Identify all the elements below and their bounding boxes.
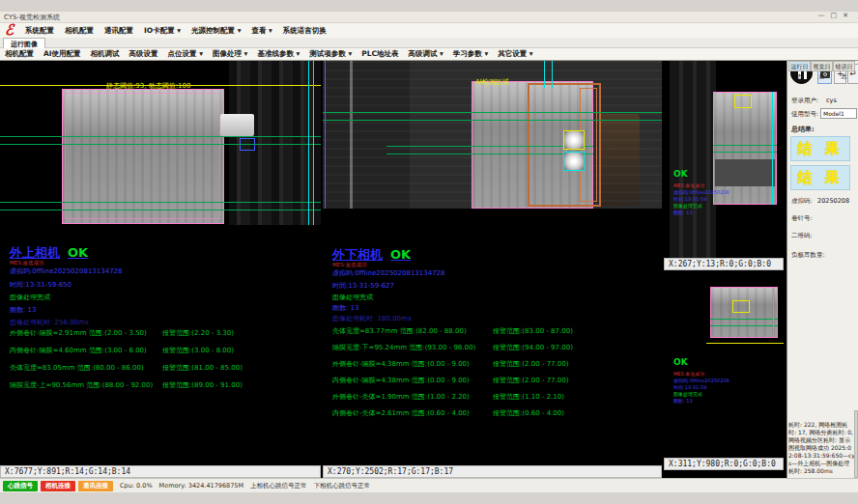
measurement-row: 内侧卷针-隔膜=4.60mm 范围:(3.00 - 6.00)报警范围:(3.0… — [10, 346, 321, 355]
cycle-count: 圈数: 13 — [10, 305, 37, 315]
capture-time: 时间:13-31-59-627 — [332, 281, 394, 291]
status-bar: 心跳信号 相机连接 通讯连接 Cpu: 0.0% Memory: 3424.41… — [0, 478, 858, 492]
title-bar[interactable]: CYS-视觉检测系统 —□✕ — [0, 12, 858, 23]
green-guideline — [710, 319, 778, 320]
close-button[interactable]: ✕ — [843, 12, 854, 19]
menu-bar: ℰ 系统配置 相机配置 通讯配置 IO卡配置 ▾ 光源控制配置 ▾ 查看 ▾ 系… — [0, 23, 858, 38]
menu-camera-config[interactable]: 相机配置 — [65, 26, 94, 36]
alarm-range: 报警范围:(83.00 - 87.00) — [493, 326, 573, 336]
green-guideline — [323, 120, 662, 121]
tool-camera-debug[interactable]: 相机调试 — [91, 49, 120, 59]
tool-advanced-settings[interactable]: 高级设置 — [129, 49, 158, 59]
tool-other-settings[interactable]: 其它设置 ▾ — [498, 49, 532, 59]
yellow-guideline — [706, 343, 784, 344]
main-camera-view-left[interactable]: 静态阈值:93, 动态阈值:100 外上相机OK MES:发送成功 虚拟码:0f… — [0, 61, 321, 478]
glow-spot — [563, 152, 585, 171]
measurement-row: 外侧卷针-隔膜=2.91mm 范围:(2.00 - 3.50)报警范围:(2.2… — [10, 328, 321, 338]
result-ok-badge: OK — [390, 247, 411, 262]
menu-io-config[interactable]: IO卡配置 ▾ — [144, 26, 181, 36]
alarm-range: 报警范围:(2.00 - 77.00) — [493, 376, 568, 385]
cyan-guideline — [552, 61, 553, 88]
total-result-label: 总结果: — [791, 125, 815, 134]
cpu-usage: Cpu: 0.0% — [120, 482, 153, 490]
maximize-button[interactable]: □ — [831, 12, 844, 19]
model-field[interactable]: Model1 — [820, 108, 857, 119]
tool-image-processing[interactable]: 图像处理 ▾ — [213, 49, 247, 59]
yellow-roi-rect — [734, 95, 752, 108]
green-guideline — [710, 325, 778, 326]
result-ok-badge: OK — [673, 357, 688, 367]
pixel-coordinates-bar: X:7677;Y:891;R:14;G:14;B:14 — [0, 465, 321, 478]
minimize-button[interactable]: — — [818, 12, 831, 19]
pink-roi-rect — [65, 93, 220, 219]
cycle-count: 圈数: 13 — [673, 210, 693, 215]
tool-advanced-debug[interactable]: 高级调试 ▾ — [408, 49, 443, 59]
tool-point-settings[interactable]: 点位设置 ▾ — [168, 49, 203, 59]
green-guideline — [713, 145, 777, 146]
connector-image — [220, 114, 254, 136]
menu-language-switch[interactable]: 系统语言切换 — [283, 26, 327, 36]
tab-row: 运行图像 — [0, 38, 858, 48]
tool-learning-params[interactable]: 学习参数 ▾ — [453, 49, 488, 59]
mes-status: MES:发送成功 — [673, 182, 704, 188]
result-box-top: 结 果 — [790, 136, 850, 161]
measurement-row: 外侧卷针-壳体=1.90mm 范围:(1.00 - 2.20)报警范围:(1.1… — [332, 392, 662, 402]
part-image — [713, 92, 777, 205]
cycle-count: 圈数: 13 — [332, 303, 359, 313]
tool-test-params[interactable]: 测试项参数 ▾ — [309, 49, 352, 59]
menu-light-config[interactable]: 光源控制配置 ▾ — [191, 26, 241, 36]
process-done-label: 图像处理完成 — [332, 293, 373, 302]
log-tab-error[interactable]: 错误日志 — [833, 61, 855, 71]
alarm-range: 报警范围:(81.00 - 85.00) — [162, 363, 243, 373]
virtual-code: 虚拟码:0ffline2025020813134728 — [332, 268, 445, 278]
blue-guideline — [325, 61, 326, 209]
part-dark-band — [715, 159, 775, 186]
log-scrollbar[interactable] — [854, 410, 858, 478]
process-done-label: 图像处理完成 — [673, 203, 702, 209]
tool-plc-address-table[interactable]: PLC地址表 — [361, 49, 398, 59]
cyan-guideline — [773, 287, 774, 338]
tool-baseline-params[interactable]: 基准线参数 ▾ — [257, 49, 300, 59]
virtual-code-value: 20250208 — [817, 197, 849, 205]
log-tab-run[interactable]: 运行日志 — [788, 61, 811, 71]
window-controls: —□✕ — [818, 12, 855, 19]
tab-count-label: 负极耳数量: — [791, 251, 825, 260]
camera-connection-badge: 相机连接 — [41, 481, 75, 491]
bottom-camera-heartbeat-status: 下相机心跳信号正常 — [314, 482, 371, 490]
mes-status: MES:发送成功 — [673, 371, 704, 377]
mes-status: MES:发送成功 — [332, 262, 367, 268]
green-guideline — [0, 202, 321, 203]
virtual-code-label: 虚拟码: — [791, 197, 813, 206]
comm-connection-badge: 通讯连接 — [78, 481, 113, 491]
memory-usage: Memory: 3424.41796875M — [159, 482, 244, 490]
capture-time: 时间:13-31-59 — [673, 384, 706, 390]
log-tab-vision[interactable]: 视觉日志 — [811, 61, 833, 71]
control-side-panel: + ↵ 登录用户: cys 使用型号: Model1 总结果: 结 果 结 果 … — [786, 61, 858, 478]
virtual-code: 虚拟码:0ffline20250208 — [673, 378, 729, 383]
measurement-row: 壳体宽度=83.77mm 范围:(82.00 - 88.00)报警范围:(83.… — [332, 326, 662, 336]
green-guideline — [386, 154, 593, 154]
alarm-range: 报警范围:(0.60 - 4.00) — [493, 408, 564, 418]
pixel-coordinates-bar: X:270;Y:2502;R:17;G:17;B:17 — [323, 465, 662, 478]
green-guideline — [0, 144, 321, 145]
green-guideline — [0, 210, 321, 210]
alarm-range: 报警范围:(94.00 - 97.00) — [493, 343, 573, 352]
menu-system-config[interactable]: 系统配置 — [25, 26, 54, 36]
result-ok-badge: OK — [673, 169, 688, 179]
green-guideline — [323, 112, 662, 113]
toolbar: 相机配置 AI使用配置 相机调试 高级设置 点位设置 ▾ 图像处理 ▾ 基准线参… — [0, 48, 858, 61]
menu-view[interactable]: 查看 ▾ — [251, 26, 272, 36]
small-camera-view-top[interactable]: OK MES:发送成功 虚拟码:0ffline20250208 时间:13-31… — [664, 61, 784, 270]
measurement-row: 内侧卷针-壳体=2.61mm 范围:(0.60 - 4.00)报警范围:(0.6… — [332, 408, 662, 418]
capture-time: 时间:13-31-59-650 — [10, 280, 72, 290]
tool-camera-config[interactable]: 相机配置 — [5, 49, 34, 59]
menu-comm-config[interactable]: 通讯配置 — [104, 26, 133, 36]
tab-run-image[interactable]: 运行图像 — [3, 38, 45, 48]
alarm-range: 报警范围:(2.20 - 3.30) — [162, 328, 234, 338]
machine-background — [670, 61, 716, 258]
main-camera-view-right[interactable]: AI检测区域 外下相机OK MES:发送成功 虚拟码:0ffline202502… — [323, 61, 662, 478]
small-camera-view-bottom[interactable]: OK MES:发送成功 虚拟码:0ffline20250208 时间:13-31… — [664, 272, 784, 470]
measurement-row: 内侧卷针-隔膜=4.38mm 范围:(0.00 - 9.00)报警范围:(2.0… — [332, 376, 662, 385]
app-logo-icon: ℰ — [5, 21, 14, 39]
tool-ai-usage-config[interactable]: AI使用配置 — [43, 49, 81, 59]
